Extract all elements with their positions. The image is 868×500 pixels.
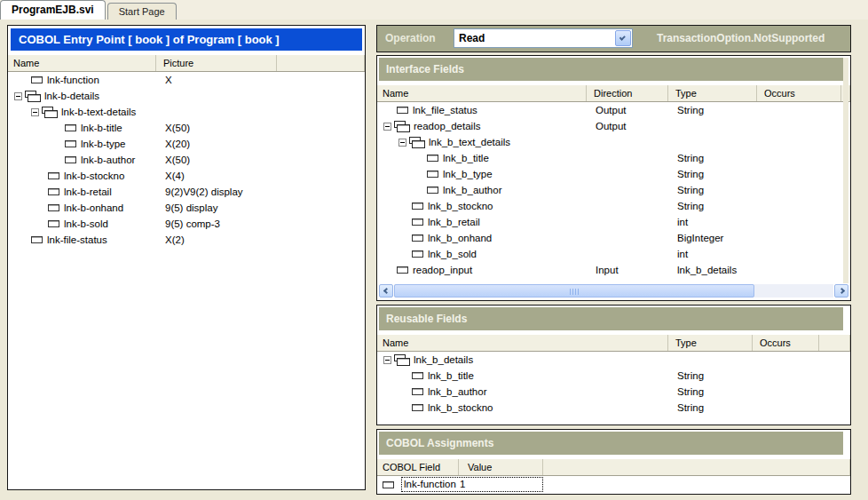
table-row[interactable]: lnk_b_stocknoString — [377, 400, 850, 416]
operation-selected-value: Read — [459, 32, 485, 44]
table-row[interactable]: lnk-b-stocknoX(4) — [8, 168, 365, 184]
collapse-toggle-icon[interactable] — [383, 356, 391, 364]
column-header-occurs[interactable]: Occurs — [757, 85, 841, 101]
column-header-name[interactable]: Name — [377, 85, 587, 101]
reusable-fields-panel: Reusable Fields NameTypeOccurs lnk_b_det… — [376, 305, 851, 425]
tab-programejb[interactable]: ProgramEJB.svi — [0, 0, 106, 20]
selected-row-focus[interactable]: lnk-function 1 — [401, 477, 543, 492]
column-header-occurs[interactable]: Occurs — [753, 335, 819, 351]
cell-direction — [587, 198, 668, 214]
table-row[interactable]: lnk_b_titleString — [377, 150, 850, 166]
table-row[interactable]: lnk-b-sold9(5) comp-3 — [8, 216, 365, 232]
cell-picture — [156, 88, 277, 104]
column-header-type[interactable]: Type — [668, 85, 757, 101]
cell-type — [668, 118, 757, 134]
field-icon — [48, 220, 59, 227]
table-row[interactable]: lnk-file-statusX(2) — [8, 232, 365, 248]
chevron-down-icon[interactable] — [615, 30, 631, 46]
field-name-label: lnk-b-onhand — [64, 200, 123, 216]
scroll-right-icon[interactable] — [834, 284, 848, 298]
table-row[interactable]: lnk-b-titleX(50) — [8, 120, 365, 136]
table-row[interactable]: lnk_b_titleString — [377, 368, 850, 384]
field-name-label: lnk_b_stockno — [428, 400, 493, 416]
cobol-assignments-title: COBOL Assignments — [379, 432, 843, 455]
table-row[interactable]: lnk_b_authorString — [377, 384, 850, 400]
cobol-assignments-panel: COBOL Assignments COBOL FieldValue lnk-f… — [376, 429, 851, 495]
scrollbar-track[interactable] — [394, 284, 833, 298]
cell-occurs — [757, 150, 841, 166]
cell-direction — [587, 182, 668, 198]
tab-start-page[interactable]: Start Page — [107, 3, 177, 20]
field-name-label: lnk_b_title — [443, 150, 489, 166]
table-row[interactable]: lnk-b-onhand9(5) display — [8, 200, 365, 216]
table-row[interactable]: readop_inputInputlnk_b_details — [377, 262, 850, 278]
table-row[interactable]: lnk_b_text_details — [377, 134, 850, 150]
cell-name: lnk_b_title — [377, 150, 587, 166]
table-row[interactable]: lnk-b-authorX(50) — [8, 152, 365, 168]
column-header-name[interactable]: Name — [8, 55, 156, 71]
cell-type: String — [668, 150, 757, 166]
document-tabbar: ProgramEJB.svi Start Page — [0, 0, 868, 20]
table-row[interactable]: lnk-b-typeX(20) — [8, 136, 365, 152]
cell-type: String — [668, 384, 753, 400]
table-row[interactable]: lnk-b-text-details — [8, 104, 365, 120]
table-row[interactable]: lnk_b_soldint — [377, 246, 850, 262]
scrollbar-thumb[interactable] — [394, 284, 754, 298]
field-name-label: lnk-file-status — [47, 232, 107, 248]
collapse-toggle-icon[interactable] — [14, 92, 22, 100]
cell-name: lnk_b_author — [377, 182, 587, 198]
table-row[interactable]: lnk_b_stocknoString — [377, 198, 850, 214]
cell-direction — [587, 166, 668, 182]
cell-type: BigInteger — [668, 230, 757, 246]
cell-occurs — [757, 230, 841, 246]
table-row[interactable]: lnk_b_details — [377, 352, 850, 368]
column-header-name[interactable]: Name — [377, 335, 668, 351]
cell-name: lnk_b_details — [377, 352, 668, 368]
column-header-direction[interactable]: Direction — [587, 85, 668, 101]
cell-direction — [587, 230, 668, 246]
column-header-cobol-field[interactable]: COBOL Field — [377, 459, 459, 475]
collapse-toggle-icon[interactable] — [398, 139, 406, 147]
table-row[interactable]: lnk-b-retail9(2)V9(2) display — [8, 184, 365, 200]
assignment-row[interactable]: lnk-function 1 — [377, 477, 850, 492]
table-row[interactable]: lnk-functionX — [8, 72, 365, 88]
reusable-fields-title: Reusable Fields — [379, 307, 843, 330]
table-row[interactable]: lnk_file_statusOutputString — [377, 102, 850, 118]
collapse-toggle-icon[interactable] — [31, 108, 39, 116]
table-row[interactable]: lnk_b_retailint — [377, 214, 850, 230]
cell-name: lnk_b_retail — [377, 214, 587, 230]
assignment-value-cell[interactable]: 1 — [460, 478, 465, 491]
cell-occurs — [753, 352, 819, 368]
cell-occurs — [753, 368, 819, 384]
operation-select[interactable]: Read — [454, 28, 633, 48]
column-header-picture[interactable]: Picture — [156, 55, 277, 71]
field-name-label: lnk-function — [47, 72, 99, 88]
field-icon — [65, 156, 76, 163]
field-icon — [397, 107, 408, 114]
table-row[interactable]: lnk-b-details — [8, 88, 365, 104]
cell-type: String — [668, 368, 753, 384]
column-header-value[interactable]: Value — [459, 459, 543, 475]
assignments-column-header: COBOL FieldValue — [377, 459, 850, 476]
cell-name: lnk-b-retail — [8, 184, 156, 200]
left-tree-body: lnk-functionXlnk-b-detailslnk-b-text-det… — [8, 72, 365, 248]
collapse-toggle-icon[interactable] — [383, 123, 391, 131]
field-name-label: lnk_b_author — [443, 182, 502, 198]
table-row[interactable]: lnk_b_typeString — [377, 166, 850, 182]
field-name-label: lnk_b_onhand — [428, 230, 492, 246]
field-name-label: lnk_b_title — [428, 368, 474, 384]
table-row[interactable]: lnk_b_authorString — [377, 182, 850, 198]
cell-occurs — [757, 246, 841, 262]
table-row[interactable]: readop_detailsOutput — [377, 118, 850, 134]
column-header-type[interactable]: Type — [668, 335, 753, 351]
cell-occurs — [757, 182, 841, 198]
table-row[interactable]: lnk_b_onhandBigInteger — [377, 230, 850, 246]
cell-picture: X(20) — [156, 136, 277, 152]
field-icon — [412, 234, 423, 242]
cell-type: String — [668, 400, 753, 416]
scroll-left-icon[interactable] — [379, 284, 393, 298]
cell-occurs — [757, 166, 841, 182]
cell-occurs — [757, 198, 841, 214]
cell-direction — [587, 214, 668, 230]
horizontal-scrollbar[interactable] — [379, 284, 848, 298]
